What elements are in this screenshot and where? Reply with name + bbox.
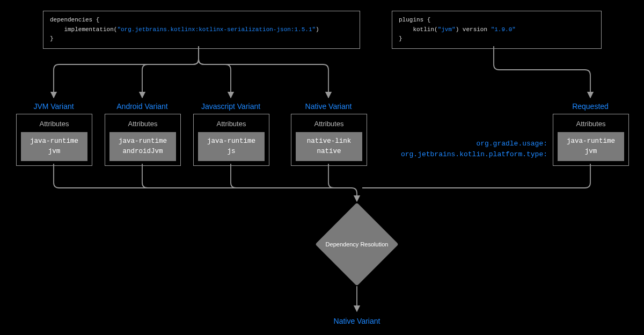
- code-text: ): [316, 26, 319, 33]
- connector-wires: [0, 0, 644, 335]
- attr-line: java-runtime: [30, 137, 78, 145]
- code-text: plugins {: [399, 17, 430, 23]
- attr-body: java-runtime jvm: [558, 132, 624, 161]
- variant-title-requested: Requested: [572, 102, 609, 111]
- result-variant-label: Native Variant: [334, 317, 380, 325]
- code-text: }: [50, 35, 54, 42]
- attr-head: Attributes: [194, 114, 269, 132]
- attr-line: jvm: [48, 148, 61, 155]
- variant-title-js: Javascript Variant: [201, 102, 260, 111]
- code-text: dependencies {: [50, 17, 99, 23]
- attr-line: java-runtime: [207, 137, 255, 145]
- dependencies-code-box: dependencies { implementation("org.jetbr…: [43, 11, 360, 49]
- attr-line: native: [317, 148, 341, 155]
- attr-box-native: Attributes native-link native: [291, 114, 367, 166]
- attr-head: Attributes: [553, 114, 628, 132]
- code-text: ) version: [456, 26, 491, 33]
- code-text: }: [399, 35, 402, 42]
- variant-title-jvm: JVM Variant: [33, 102, 74, 111]
- attr-body: native-link native: [296, 132, 362, 161]
- attr-key: org.gradle.usage:: [476, 140, 547, 148]
- attr-head: Attributes: [291, 114, 367, 132]
- attr-line: js: [227, 148, 235, 155]
- attr-line: androidJvm: [122, 148, 163, 155]
- attr-box-android: Attributes java-runtime androidJvm: [105, 114, 181, 166]
- attr-box-jvm: Attributes java-runtime jvm: [16, 114, 92, 166]
- code-string: "org.jetbrains.kotlinx:kotlinx-serializa…: [117, 26, 316, 33]
- attr-body: java-runtime js: [198, 132, 265, 161]
- attr-line: native-link: [307, 137, 352, 145]
- code-string: "jvm": [438, 26, 456, 33]
- attr-line: java-runtime: [567, 137, 615, 145]
- plugins-code-box: plugins { kotlin("jvm") version "1.9.0" …: [392, 11, 602, 49]
- attr-box-requested: Attributes java-runtime jvm: [553, 114, 629, 166]
- attr-line: jvm: [585, 148, 597, 155]
- variant-title-android: Android Variant: [116, 102, 167, 111]
- attr-key: org.jetbrains.kotlin.platform.type:: [401, 150, 547, 158]
- dependency-resolution-diamond: Dependency Resolution: [327, 215, 386, 274]
- attr-head: Attributes: [105, 114, 180, 132]
- code-text: kotlin(: [399, 26, 438, 33]
- variant-title-native: Native Variant: [305, 102, 352, 111]
- attr-head: Attributes: [17, 114, 92, 132]
- code-text: implementation(: [50, 26, 117, 33]
- attr-box-js: Attributes java-runtime js: [193, 114, 269, 166]
- attr-body: java-runtime androidJvm: [109, 132, 176, 161]
- attr-key-labels: org.gradle.usage: org.jetbrains.kotlin.p…: [386, 139, 547, 159]
- attr-body: java-runtime jvm: [21, 132, 87, 161]
- diamond-label: Dependency Resolution: [325, 241, 389, 247]
- code-string: "1.9.0": [491, 26, 516, 33]
- attr-line: java-runtime: [119, 137, 167, 145]
